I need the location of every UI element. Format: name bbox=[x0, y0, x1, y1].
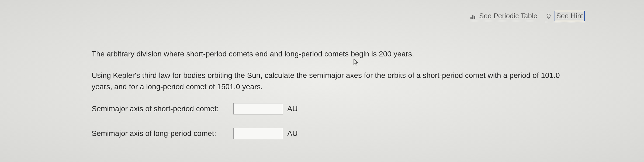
long-period-row: Semimajor axis of long-period comet: AU bbox=[92, 128, 579, 139]
periodic-table-label: See Periodic Table bbox=[479, 12, 537, 20]
hint-label: See Hint bbox=[555, 11, 585, 21]
svg-rect-2 bbox=[474, 16, 475, 19]
top-links: See Periodic Table See Hint bbox=[470, 11, 585, 22]
problem-content: The arbitrary division where short-perio… bbox=[92, 48, 579, 153]
see-periodic-table-link[interactable]: See Periodic Table bbox=[470, 12, 537, 21]
short-period-input[interactable] bbox=[233, 103, 283, 114]
intro-text: The arbitrary division where short-perio… bbox=[92, 48, 579, 60]
long-period-label: Semimajor axis of long-period comet: bbox=[92, 128, 229, 139]
lightbulb-icon bbox=[545, 13, 552, 19]
short-period-unit: AU bbox=[287, 103, 298, 114]
prompt-text: Using Kepler's third law for bodies orbi… bbox=[92, 70, 579, 92]
long-period-input[interactable] bbox=[233, 128, 283, 139]
svg-rect-0 bbox=[470, 17, 472, 19]
short-period-label: Semimajor axis of short-period comet: bbox=[92, 103, 229, 114]
see-hint-link[interactable]: See Hint bbox=[545, 11, 585, 22]
bar-chart-icon bbox=[470, 13, 476, 19]
answers-block: Semimajor axis of short-period comet: AU… bbox=[92, 103, 579, 139]
svg-rect-1 bbox=[472, 15, 473, 19]
long-period-unit: AU bbox=[287, 128, 298, 139]
short-period-row: Semimajor axis of short-period comet: AU bbox=[92, 103, 579, 114]
